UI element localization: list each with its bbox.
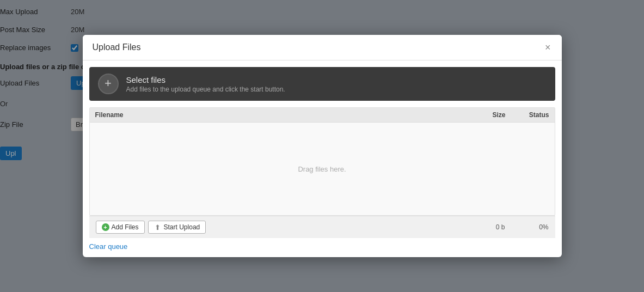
select-files-text: Select files Add files to the upload que… [126, 75, 285, 93]
col-filename-header: Filename [95, 111, 462, 119]
add-files-label: Add Files [112, 223, 139, 231]
file-list-area: Filename Size Status Drag files here. [89, 107, 555, 216]
close-button[interactable]: × [544, 42, 552, 52]
footer-size: 0 b [462, 223, 505, 231]
select-files-bar[interactable]: + Select files Add files to the upload q… [89, 67, 555, 101]
select-files-title: Select files [126, 75, 285, 84]
modal-footer: + Add Files ⬆ Start Upload 0 b 0% [89, 216, 555, 238]
drop-text: Drag files here. [298, 165, 346, 173]
upload-arrow-icon: ⬆ [154, 223, 162, 231]
select-files-description: Add files to the upload queue and click … [126, 86, 285, 93]
modal-header: Upload Files × [83, 35, 562, 60]
clear-queue-container: Clear queue [83, 238, 562, 257]
add-files-circle[interactable]: + [98, 74, 119, 94]
modal-overlay: Upload Files × + Select files Add files … [0, 0, 644, 292]
add-icon: + [102, 223, 109, 231]
footer-percent: 0% [505, 223, 549, 231]
add-files-button[interactable]: + Add Files [96, 221, 145, 234]
plus-icon: + [105, 77, 112, 89]
start-upload-label: Start Upload [164, 223, 200, 231]
col-size-header: Size [462, 111, 506, 119]
footer-buttons: + Add Files ⬆ Start Upload [96, 221, 462, 234]
file-drop-zone[interactable]: Drag files here. [90, 123, 555, 215]
start-upload-button[interactable]: ⬆ Start Upload [148, 221, 206, 234]
file-list-header: Filename Size Status [90, 108, 555, 123]
upload-modal: Upload Files × + Select files Add files … [83, 35, 562, 257]
modal-title: Upload Files [93, 42, 141, 52]
col-status-header: Status [506, 111, 549, 119]
clear-queue-link[interactable]: Clear queue [89, 242, 128, 251]
